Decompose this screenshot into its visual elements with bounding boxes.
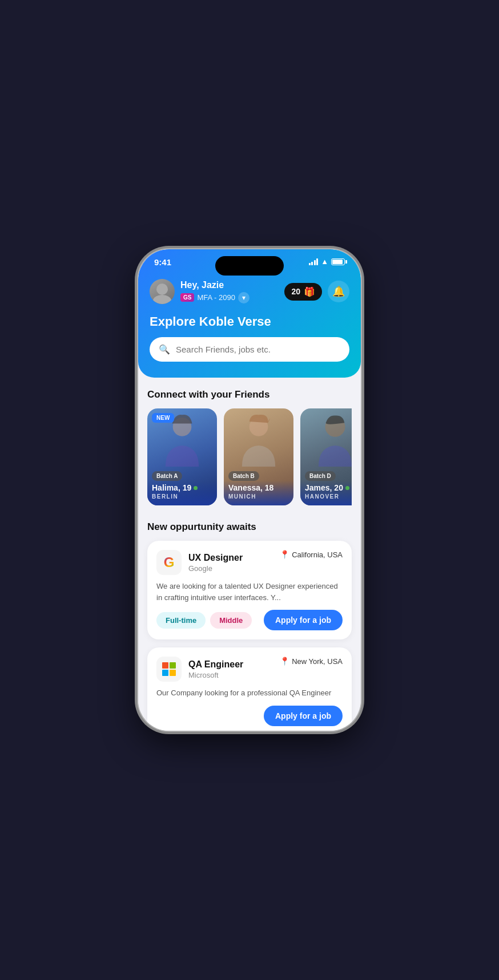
friend-photo-james [300,408,352,472]
notification-button[interactable]: 🔔 [328,281,349,302]
job-title-wrap-google: UX Designer Google [188,553,243,573]
search-icon: 🔍 [159,344,170,355]
online-dot-james [345,486,349,490]
user-details: Hey, Jazie GS MFA - 2090 ▾ [180,280,250,303]
job-footer-microsoft: Apply for a job [156,706,343,726]
friends-section-title: Connect with your Friends [147,389,352,400]
location-pin-icon: 📍 [280,550,289,559]
apply-button-google[interactable]: Apply for a job [264,610,343,630]
location-text-google: California, USA [292,550,343,559]
job-title-microsoft: QA Engineer [188,659,243,670]
points-count: 20 [291,287,300,296]
gift-icon: 🎁 [304,286,315,297]
jobs-section-title: New oppurtunity awaits [147,521,352,533]
job-left-microsoft: QA Engineer Microsoft [156,657,243,682]
job-footer-google: Full-time Middle Apply for a job [156,610,343,630]
job-left-google: G UX Designer Google [156,550,243,575]
points-badge[interactable]: 20 🎁 [284,283,322,301]
job-title-google: UX Designer [188,553,243,563]
explore-title: Explore Koble Verse [150,314,349,329]
search-bar[interactable]: 🔍 [150,337,349,362]
location-microsoft: 📍 New York, USA [280,657,343,666]
company-name-google: Google [188,564,243,573]
batch-badge-halima: Batch A [152,471,182,481]
wifi-icon: ▲ [321,257,328,266]
svg-point-0 [156,284,168,295]
location-text-microsoft: New York, USA [292,657,343,666]
greeting-text: Hey, Jazie [180,280,250,290]
status-time: 9:41 [154,257,171,267]
batch-badge-james: Batch D [305,471,336,481]
scroll-container[interactable]: 9:41 ▲ [138,249,361,731]
job-card-google: G UX Designer Google 📍 California, USA [147,541,352,639]
friend-city-halima: BERLIN [152,493,212,500]
phone-frame: 9:41 ▲ [138,249,361,731]
friend-card-vanessa[interactable]: Batch B Vanessa, 18 MUNICH [224,408,293,505]
header-top: Hey, Jazie GS MFA - 2090 ▾ 20 🎁 [150,279,349,304]
avatar[interactable] [150,279,175,304]
company-name-microsoft: Microsoft [188,671,243,679]
user-badge: GS MFA - 2090 ▾ [180,292,250,303]
new-badge: NEW [152,413,174,423]
friend-city-vanessa: MUNICH [228,493,289,500]
user-id: MFA - 2090 [197,293,235,302]
friend-card-overlay-james: Batch D James, 20 HANOVER [300,464,352,505]
user-info: Hey, Jazie GS MFA - 2090 ▾ [150,279,250,304]
svg-point-1 [153,295,171,304]
google-logo: G [156,550,182,575]
bell-icon: 🔔 [332,285,345,298]
online-dot [194,486,198,490]
chevron-down-icon[interactable]: ▾ [238,292,250,303]
friend-photo-vanessa [224,408,293,472]
job-description-microsoft: Our Company looking for a professional Q… [156,687,343,699]
header-actions: 20 🎁 🔔 [284,281,349,302]
friend-name-james: James, 20 [305,483,352,492]
badge-gs: GS [180,293,194,302]
dynamic-island [215,256,284,276]
tag-middle: Middle [210,612,252,629]
friends-scroll[interactable]: NEW Batch A Halima, 19 BERLIN [147,408,352,508]
job-description-google: We are looking for a talented UX Designe… [156,581,343,603]
phone-screen: 9:41 ▲ [138,249,361,731]
apply-button-microsoft[interactable]: Apply for a job [264,706,343,726]
job-card-microsoft: QA Engineer Microsoft 📍 New York, USA Ou… [147,647,352,731]
location-pin-icon-ms: 📍 [280,657,289,666]
microsoft-logo [156,657,182,682]
batch-badge-vanessa: Batch B [228,471,259,481]
search-input[interactable] [176,345,340,354]
job-title-wrap-microsoft: QA Engineer Microsoft [188,659,243,679]
main-content: Connect with your Friends [138,378,361,731]
signal-icon [309,258,319,265]
friend-name-halima: Halima, 19 [152,483,212,492]
friend-card-halima[interactable]: NEW Batch A Halima, 19 BERLIN [147,408,217,505]
location-google: 📍 California, USA [280,550,343,559]
friend-card-overlay-vanessa: Batch B Vanessa, 18 MUNICH [224,464,293,505]
job-header-google: G UX Designer Google 📍 California, USA [156,550,343,575]
battery-icon [331,258,345,265]
friend-card-overlay-halima: Batch A Halima, 19 BERLIN [147,464,217,505]
friend-name-vanessa: Vanessa, 18 [228,483,289,492]
tag-fulltime: Full-time [156,612,206,629]
status-icons: ▲ [309,257,345,266]
friend-card-james[interactable]: Batch D James, 20 HANOVER [300,408,352,505]
job-header-microsoft: QA Engineer Microsoft 📍 New York, USA [156,657,343,682]
friend-city-james: HANOVER [305,493,352,500]
